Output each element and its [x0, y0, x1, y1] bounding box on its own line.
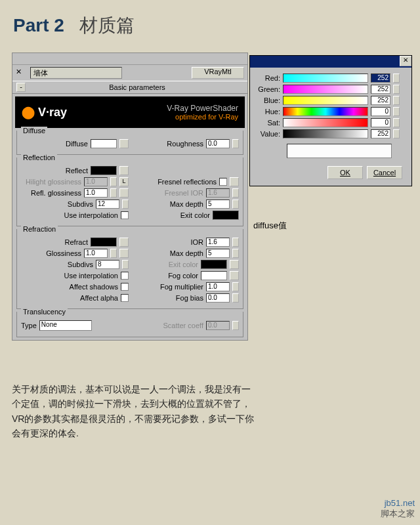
reflect-map-button[interactable]: [119, 166, 129, 175]
material-editor-panel: ✕ 墙体 VRayMtl - Basic parameters ⬤ V·ray …: [12, 52, 248, 341]
basic-params-label: Basic parameters: [31, 83, 243, 91]
collapse-button[interactable]: -: [16, 83, 26, 92]
refraction-group: Refraction Refract IOR1.6 Glossiness1.0 …: [16, 229, 243, 309]
material-name-dropdown[interactable]: 墙体: [30, 67, 122, 79]
part-label: Part 2: [13, 15, 64, 35]
color-picker-dialog: ✕ Red:252 Green:252 Blue:252 Hue:0 Sat:0…: [249, 55, 412, 186]
watermark: jb51.net 脚本之家: [381, 498, 415, 520]
translucency-group: Translucency TypeNone Scatter coeff0.0: [16, 312, 243, 337]
close-icon[interactable]: ✕: [400, 56, 411, 66]
diffuse-label: Diffuse: [66, 140, 88, 148]
reflect-swatch[interactable]: [91, 166, 117, 175]
hue-input[interactable]: 0: [371, 107, 390, 116]
ok-button[interactable]: OK: [327, 166, 363, 179]
green-input[interactable]: 252: [371, 85, 390, 94]
L-button[interactable]: L: [119, 177, 129, 186]
red-slider[interactable]: [283, 74, 368, 83]
material-selector-row: ✕ 墙体 VRayMtl: [12, 65, 247, 81]
green-slider[interactable]: [283, 85, 368, 94]
blue-input[interactable]: 252: [371, 96, 390, 105]
fog-swatch[interactable]: [201, 271, 227, 280]
sat-slider[interactable]: [283, 118, 368, 127]
diffuse-map-button[interactable]: [119, 139, 129, 148]
refract-swatch[interactable]: [91, 238, 117, 247]
hue-slider[interactable]: [283, 107, 368, 116]
diffuse-note: diffuse值: [253, 220, 287, 232]
page-title-row: Part 2 材质篇: [0, 0, 420, 45]
fresnel-checkbox[interactable]: [219, 178, 227, 186]
blue-slider[interactable]: [283, 96, 368, 105]
translucency-type-dropdown[interactable]: None: [39, 320, 92, 331]
refr-exit-swatch[interactable]: [201, 260, 227, 269]
diffuse-group: Diffuse Diffuse Roughness 0.0: [16, 131, 243, 155]
roughness-input[interactable]: 0.0: [206, 139, 230, 148]
cn-title: 材质篇: [79, 15, 135, 35]
roughness-spinner[interactable]: [232, 139, 239, 148]
picker-icon[interactable]: ✕: [16, 68, 26, 78]
red-input[interactable]: 252: [371, 74, 390, 83]
diffuse-swatch[interactable]: [91, 139, 117, 148]
reflection-group: Reflection Reflect Hilight glossiness1.0…: [16, 158, 243, 226]
vray-logo: ⬤ V·ray: [22, 105, 67, 119]
refl-exit-swatch[interactable]: [213, 211, 239, 220]
refl-interp-checkbox[interactable]: [121, 211, 129, 219]
dialog-titlebar[interactable]: ✕: [250, 56, 411, 68]
toolbar: [12, 53, 247, 65]
vray-banner: ⬤ V·ray V-Ray PowerShader optimized for …: [15, 96, 245, 128]
material-type-button[interactable]: VRayMtl: [192, 67, 244, 79]
value-slider[interactable]: [283, 129, 368, 138]
color-preview: [287, 144, 392, 158]
value-input[interactable]: 252: [371, 129, 390, 138]
sat-input[interactable]: 0: [371, 118, 390, 127]
basic-params-header[interactable]: - Basic parameters: [12, 81, 247, 94]
cancel-button[interactable]: Cancel: [367, 166, 402, 179]
vray-banner-text: V-Ray PowerShader optimized for V-Ray: [167, 104, 238, 121]
body-paragraph: 关于材质的调法，基本可以说是一人一个调法，我是没有一个定值，调的时候拉一下滑块，…: [12, 382, 255, 441]
roughness-label: Roughness: [167, 140, 203, 148]
